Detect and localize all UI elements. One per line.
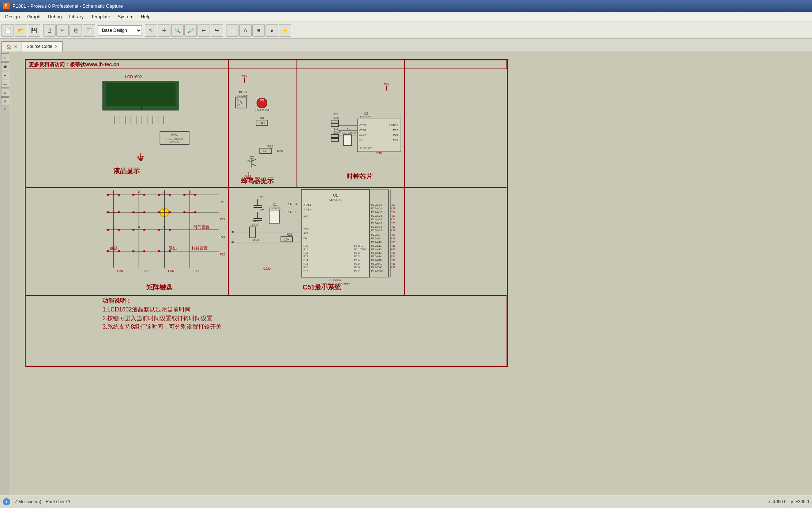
toolbar-zoom-in[interactable]: 🔍: [171, 24, 184, 37]
svg-text:P13: P13: [304, 255, 308, 258]
svg-text:PSEN: PSEN: [304, 227, 311, 230]
svg-text:P16: P16: [393, 124, 398, 127]
svg-text:P24: P24: [391, 218, 395, 221]
svg-text:P0.7/AD7: P0.7/AD7: [371, 229, 382, 232]
svg-text:P17: P17: [304, 270, 308, 272]
svg-text:XTAL1: XTAL1: [304, 203, 311, 206]
toolbar-redo[interactable]: ↪: [211, 24, 223, 37]
svg-text:P27: P27: [193, 269, 199, 273]
svg-rect-176: [249, 227, 255, 238]
toolbar-label[interactable]: A: [239, 24, 252, 37]
menu-graph[interactable]: Graph: [23, 13, 44, 20]
svg-text:P2.2/A10: P2.2/A10: [371, 241, 382, 243]
svg-text:10uF: 10uF: [252, 223, 259, 227]
schematic-area[interactable]: 更多资料请访问：极寒钛www.jh-tec.cn LCD1602: [10, 52, 812, 495]
sidebar-component[interactable]: ▣: [1, 62, 9, 70]
toolbar-move[interactable]: ✛: [158, 24, 170, 37]
toolbar-zoom-out[interactable]: 🔎: [184, 24, 197, 37]
toolbar-pointer[interactable]: ↖: [145, 24, 157, 37]
svg-text:SCLK: SCLK: [359, 133, 366, 137]
svg-text:C3: C3: [334, 112, 338, 116]
toolbar-undo[interactable]: ↩: [198, 24, 210, 37]
svg-text:<TEXT>: <TEXT>: [169, 141, 180, 144]
sidebar-junction[interactable]: ●: [1, 71, 9, 79]
svg-text:AT89C52: AT89C52: [329, 198, 342, 202]
svg-text:P35: P35: [391, 259, 395, 261]
toolbar-new[interactable]: 📄: [1, 24, 14, 37]
svg-text:P1.6: P1.6: [354, 266, 360, 269]
menu-help[interactable]: Help: [137, 13, 154, 20]
svg-text:P25: P25: [143, 269, 149, 273]
toolbar-cut[interactable]: ✂: [56, 24, 69, 37]
status-icon: i: [3, 498, 10, 505]
home-tab[interactable]: 🏠 ✕: [1, 41, 22, 52]
svg-text:XTAL2: XTAL2: [304, 208, 311, 211]
source-code-tab[interactable]: Source Code ✕: [22, 41, 63, 52]
svg-text:11.0592M: 11.0592M: [268, 207, 281, 210]
svg-text:GND: GND: [376, 152, 382, 155]
svg-text:VCC1: VCC1: [359, 124, 367, 127]
source-code-tab-close[interactable]: ✕: [54, 44, 58, 49]
svg-text:P0.0/AD0: P0.0/AD0: [371, 203, 382, 206]
toolbar-paste[interactable]: 📋: [83, 24, 95, 37]
toolbar-open[interactable]: 📂: [15, 24, 27, 37]
menu-debug[interactable]: Debug: [44, 13, 65, 20]
toolbar-junction[interactable]: ●: [266, 24, 278, 37]
svg-text:DS1302: DS1302: [360, 146, 372, 150]
svg-text:1.LCD1602液晶默认显示当前时间: 1.LCD1602液晶默认显示当前时间: [102, 306, 190, 313]
toolbar-save[interactable]: 💾: [28, 24, 40, 37]
svg-text:P21: P21: [220, 235, 226, 239]
svg-text:P34: P34: [391, 255, 395, 258]
svg-text:P33: P33: [391, 251, 395, 254]
svg-rect-69: [343, 135, 352, 146]
toolbar-power[interactable]: ⚡: [279, 24, 291, 37]
svg-marker-185: [230, 241, 233, 243]
schematic-svg[interactable]: 更多资料请访问：极寒钛www.jh-tec.cn LCD1602: [25, 59, 508, 367]
svg-text:XTAL2: XTAL2: [287, 210, 297, 214]
sidebar-s-label: S: [3, 108, 7, 110]
svg-text:P37: P37: [391, 266, 395, 269]
sidebar-bus[interactable]: ≡: [1, 89, 9, 97]
menu-system[interactable]: System: [114, 13, 137, 20]
svg-text:DS1302: DS1302: [360, 116, 371, 119]
svg-text:C51最小系统: C51最小系统: [303, 284, 342, 291]
svg-text:LED-RED: LED-RED: [255, 108, 269, 112]
svg-text:P1.4: P1.4: [354, 259, 360, 261]
svg-text:P2.4/A12: P2.4/A12: [371, 248, 382, 251]
home-tab-close[interactable]: ✕: [14, 44, 17, 49]
toolbar-copy[interactable]: ⎘: [69, 24, 82, 37]
sidebar-label[interactable]: A: [1, 97, 9, 105]
svg-rect-65: [331, 135, 338, 138]
svg-text:P36: P36: [391, 262, 395, 265]
svg-text:P28: P28: [391, 234, 395, 236]
svg-text:液晶显示: 液晶显示: [113, 167, 140, 175]
svg-text:150pF: 150pF: [252, 238, 261, 242]
svg-text:P1.5: P1.5: [354, 262, 360, 265]
svg-text:32.768kHz: 32.768kHz: [342, 131, 356, 134]
svg-text:P2.5/A13: P2.5/A13: [371, 251, 382, 254]
svg-text:P11: P11: [304, 248, 308, 251]
sidebar-select[interactable]: ↖: [1, 53, 9, 61]
svg-text:P23: P23: [220, 200, 226, 204]
toolbar-bus[interactable]: ≡: [252, 24, 265, 37]
design-dropdown[interactable]: Base Design: [98, 25, 142, 36]
tab-bar: 🏠 ✕ Source Code ✕: [0, 39, 812, 52]
sidebar-wire[interactable]: —: [1, 80, 9, 88]
svg-text:LCD1602: LCD1602: [125, 75, 142, 79]
menu-library[interactable]: Library: [65, 13, 87, 20]
menu-template[interactable]: Template: [87, 13, 114, 20]
svg-text:P12: P12: [304, 251, 308, 254]
svg-text:470: 470: [263, 149, 268, 153]
svg-text:P1.2: P1.2: [354, 251, 360, 254]
svg-rect-66: [331, 138, 338, 141]
svg-text:P0.5/AD5: P0.5/AD5: [371, 222, 382, 224]
svg-text:P22: P22: [391, 211, 395, 213]
svg-text:+5V: +5V: [140, 101, 146, 105]
svg-text:P0.3/AD3: P0.3/AD3: [371, 214, 382, 217]
menu-design[interactable]: Design: [1, 13, 23, 20]
svg-text:2.按键可进入当前时间设置或打铃时间设置: 2.按键可进入当前时间设置或打铃时间设置: [102, 315, 213, 321]
toolbar-wire[interactable]: —: [226, 24, 238, 37]
svg-rect-261: [26, 295, 507, 366]
toolbar-print[interactable]: 🖨: [43, 24, 56, 37]
title-bar: P P1881 - Proteus 8 Professional - Schem…: [0, 0, 812, 12]
